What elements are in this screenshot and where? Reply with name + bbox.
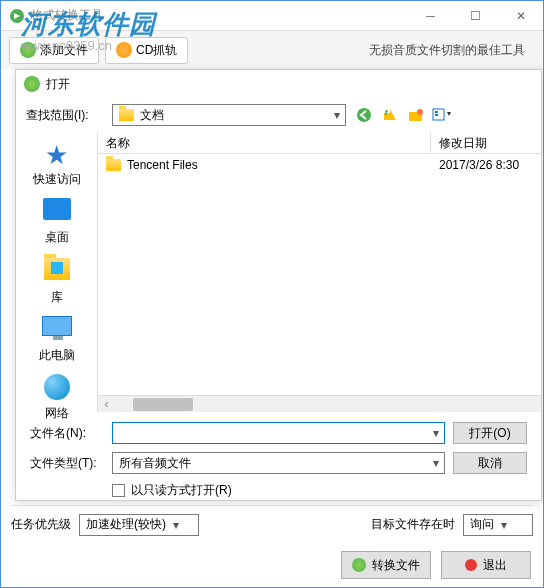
main-titlebar: 格式转换工具 ─ ☐ ✕: [1, 1, 543, 31]
place-quick-access[interactable]: ★ 快速访问: [20, 136, 94, 192]
add-files-button[interactable]: 添加文件: [9, 37, 99, 64]
open-dialog: 打开 查找范围(I): 文档 ▾ ★ 快速访问: [15, 69, 542, 501]
folder-icon: [106, 159, 121, 171]
main-title: 格式转换工具: [31, 7, 408, 24]
star-icon: ★: [41, 140, 73, 168]
readonly-checkbox[interactable]: [112, 484, 125, 497]
filetype-label: 文件类型(T):: [30, 455, 97, 472]
exit-icon: [465, 559, 477, 571]
computer-icon: [42, 316, 72, 336]
col-name[interactable]: 名称: [98, 132, 431, 153]
svg-point-3: [417, 109, 423, 115]
dialog-titlebar: 打开: [16, 70, 541, 98]
options-bar: 任务优先级 加速处理(较快) ▾ 目标文件存在时 询问 ▾: [11, 505, 533, 535]
list-item[interactable]: Tencent Files 2017/3/26 8:30: [98, 154, 541, 176]
convert-icon: [352, 558, 366, 572]
open-button[interactable]: 打开(O): [453, 422, 527, 444]
library-icon: [44, 258, 70, 280]
exists-label: 目标文件存在时: [371, 516, 455, 533]
svg-point-1: [357, 108, 371, 122]
minimize-button[interactable]: ─: [408, 1, 453, 30]
file-list[interactable]: 名称 修改日期 Tencent Files 2017/3/26 8:30 ‹: [98, 132, 541, 412]
maximize-button[interactable]: ☐: [453, 1, 498, 30]
up-icon[interactable]: [380, 105, 400, 125]
places-bar: ★ 快速访问 桌面 库 此电脑 网络: [16, 132, 98, 412]
file-list-header: 名称 修改日期: [98, 132, 541, 154]
col-date[interactable]: 修改日期: [431, 132, 541, 153]
chevron-down-icon: ▾: [428, 426, 444, 440]
chevron-down-icon: ▾: [498, 518, 514, 532]
exit-button[interactable]: 退出: [441, 551, 531, 579]
filename-input[interactable]: ▾: [112, 422, 445, 444]
view-menu-icon[interactable]: [432, 105, 452, 125]
folder-icon: [119, 109, 134, 121]
convert-button[interactable]: 转换文件: [341, 551, 431, 579]
desktop-icon: [43, 198, 71, 220]
dialog-icon: [24, 76, 40, 92]
readonly-label: 以只读方式打开(R): [131, 482, 232, 499]
horizontal-scrollbar[interactable]: ‹: [98, 395, 541, 412]
svg-rect-4: [433, 109, 444, 120]
new-folder-icon[interactable]: [406, 105, 426, 125]
main-toolbar: 添加文件 CD抓轨 无损音质文件切割的最佳工具: [1, 31, 543, 69]
dialog-title: 打开: [46, 76, 70, 93]
back-icon[interactable]: [354, 105, 374, 125]
cancel-button[interactable]: 取消: [453, 452, 527, 474]
chevron-down-icon: ▾: [329, 108, 345, 122]
lookup-label: 查找范围(I):: [26, 107, 104, 124]
svg-rect-5: [435, 111, 438, 113]
place-this-pc[interactable]: 此电脑: [20, 312, 94, 368]
filetype-combo[interactable]: 所有音频文件 ▾: [112, 452, 445, 474]
priority-label: 任务优先级: [11, 516, 71, 533]
chevron-down-icon: ▾: [428, 456, 444, 470]
filename-label: 文件名(N):: [30, 425, 86, 442]
lookup-combo[interactable]: 文档 ▾: [112, 104, 346, 126]
cd-rip-button[interactable]: CD抓轨: [105, 37, 188, 64]
chevron-down-icon: ▾: [170, 518, 186, 532]
app-icon: [9, 8, 25, 24]
globe-icon: [44, 374, 70, 400]
close-button[interactable]: ✕: [498, 1, 543, 30]
place-library[interactable]: 库: [20, 252, 94, 310]
place-desktop[interactable]: 桌面: [20, 194, 94, 250]
cd-icon: [116, 42, 132, 58]
svg-rect-6: [435, 114, 438, 116]
toolbar-description: 无损音质文件切割的最佳工具: [369, 42, 525, 59]
priority-combo[interactable]: 加速处理(较快) ▾: [79, 514, 199, 536]
plus-icon: [20, 42, 36, 58]
exists-combo[interactable]: 询问 ▾: [463, 514, 533, 536]
